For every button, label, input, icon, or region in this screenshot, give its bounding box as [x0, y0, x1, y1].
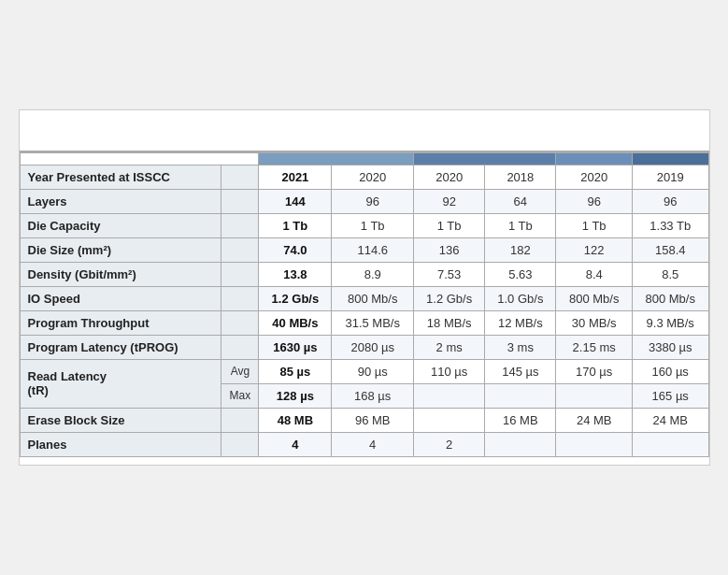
- data-cell: 2021: [259, 165, 332, 189]
- data-cell: [556, 432, 633, 456]
- data-cell: 64: [485, 189, 556, 213]
- row-sublabel-empty: [221, 189, 259, 213]
- data-cell: 92: [414, 189, 485, 213]
- row-sublabel-empty: [221, 262, 259, 286]
- row-label-cell: Planes: [20, 432, 221, 456]
- data-cell: 182: [485, 237, 556, 262]
- header-samsung: [414, 152, 556, 165]
- table-row: Read Latency(tR)Avg85 µs90 µs110 µs145 µ…: [20, 359, 708, 383]
- data-cell: [632, 432, 708, 456]
- row-label-cell: IO Speed: [20, 286, 221, 310]
- data-cell: 48 MB: [259, 408, 332, 432]
- data-cell: 2: [414, 432, 485, 456]
- data-cell: 1630 µs: [259, 335, 332, 359]
- data-cell: 8.9: [332, 262, 414, 286]
- table-row: Density (Gbit/mm²)13.88.97.535.638.48.5: [20, 262, 708, 286]
- data-cell: 1.0 Gb/s: [485, 286, 556, 310]
- data-cell: 128 µs: [259, 383, 332, 408]
- data-cell: 800 Mb/s: [332, 286, 414, 310]
- data-cell: 24 MB: [632, 408, 708, 432]
- data-cell: 96 MB: [332, 408, 414, 432]
- data-cell: 2080 µs: [332, 335, 414, 359]
- data-cell: 1 Tb: [259, 213, 332, 237]
- header-intel: [259, 152, 414, 165]
- data-cell: 800 Mb/s: [632, 286, 708, 310]
- data-cell: 3 ms: [485, 335, 556, 359]
- data-cell: 96: [556, 189, 633, 213]
- row-label-cell: Read Latency(tR): [20, 359, 221, 408]
- data-cell: 85 µs: [259, 359, 332, 383]
- data-cell: 2020: [332, 165, 414, 189]
- row-label-cell: Program Latency (tPROG): [20, 335, 221, 359]
- table-row: Die Capacity1 Tb1 Tb1 Tb1 Tb1 Tb1.33 Tb: [20, 213, 708, 237]
- row-sublabel-cell: Avg: [221, 359, 259, 383]
- data-cell: 96: [332, 189, 414, 213]
- row-label-cell: Die Size (mm²): [20, 237, 221, 262]
- data-cell: 31.5 MB/s: [332, 310, 414, 335]
- data-cell: 1 Tb: [332, 213, 414, 237]
- data-cell: 158.4: [632, 237, 708, 262]
- data-cell: 2 ms: [414, 335, 485, 359]
- data-cell: 16 MB: [485, 408, 556, 432]
- header-kioxia: [632, 152, 708, 165]
- data-cell: 168 µs: [332, 383, 414, 408]
- row-sublabel-empty: [221, 213, 259, 237]
- data-cell: 2018: [485, 165, 556, 189]
- table-row: Die Size (mm²)74.0114.6136182122158.4: [20, 237, 708, 262]
- table-row: Year Presented at ISSCC20212020202020182…: [20, 165, 708, 189]
- data-cell: 96: [632, 189, 708, 213]
- data-cell: 145 µs: [485, 359, 556, 383]
- data-cell: 1 Tb: [556, 213, 633, 237]
- row-sublabel-empty: [221, 335, 259, 359]
- data-cell: 2.15 ms: [556, 335, 633, 359]
- row-sublabel-empty: [221, 408, 259, 432]
- data-cell: 5.63: [485, 262, 556, 286]
- data-cell: 18 MB/s: [414, 310, 485, 335]
- data-cell: [414, 408, 485, 432]
- data-cell: [556, 383, 633, 408]
- row-label-cell: Program Throughput: [20, 310, 221, 335]
- table-title: [20, 110, 709, 151]
- data-cell: 3380 µs: [632, 335, 708, 359]
- table-row: Planes442: [20, 432, 708, 456]
- data-cell: 4: [332, 432, 414, 456]
- data-cell: 9.3 MB/s: [632, 310, 708, 335]
- data-cell: 30 MB/s: [556, 310, 633, 335]
- table-row: Program Throughput40 MB/s31.5 MB/s18 MB/…: [20, 310, 708, 335]
- data-cell: 12 MB/s: [485, 310, 556, 335]
- data-cell: 1.33 Tb: [632, 213, 708, 237]
- data-cell: 136: [414, 237, 485, 262]
- data-cell: 4: [259, 432, 332, 456]
- header-empty: [20, 152, 259, 165]
- data-cell: 2020: [414, 165, 485, 189]
- row-sublabel-empty: [221, 432, 259, 456]
- data-cell: 40 MB/s: [259, 310, 332, 335]
- data-cell: 90 µs: [332, 359, 414, 383]
- row-label-cell: Die Capacity: [20, 213, 221, 237]
- data-cell: 800 Mb/s: [556, 286, 633, 310]
- data-cell: 170 µs: [556, 359, 633, 383]
- data-cell: [414, 383, 485, 408]
- data-cell: [485, 432, 556, 456]
- data-cell: 2020: [556, 165, 633, 189]
- data-cell: 24 MB: [556, 408, 633, 432]
- data-cell: 2019: [632, 165, 708, 189]
- data-cell: 114.6: [332, 237, 414, 262]
- row-label-cell: Erase Block Size: [20, 408, 221, 432]
- table-row: IO Speed1.2 Gb/s800 Mb/s1.2 Gb/s1.0 Gb/s…: [20, 286, 708, 310]
- row-sublabel-empty: [221, 165, 259, 189]
- data-cell: 8.4: [556, 262, 633, 286]
- footer-note: [20, 457, 709, 465]
- data-cell: 1 Tb: [414, 213, 485, 237]
- table-row: Layers1449692649696: [20, 189, 708, 213]
- row-label-cell: Density (Gbit/mm²): [20, 262, 221, 286]
- row-sublabel-empty: [221, 237, 259, 262]
- row-label-cell: Layers: [20, 189, 221, 213]
- header-hynix: [556, 152, 633, 165]
- data-cell: 74.0: [259, 237, 332, 262]
- data-cell: 160 µs: [632, 359, 708, 383]
- data-cell: 1.2 Gb/s: [414, 286, 485, 310]
- row-sublabel-empty: [221, 286, 259, 310]
- table-row: Program Latency (tPROG)1630 µs2080 µs2 m…: [20, 335, 708, 359]
- row-label-cell: Year Presented at ISSCC: [20, 165, 221, 189]
